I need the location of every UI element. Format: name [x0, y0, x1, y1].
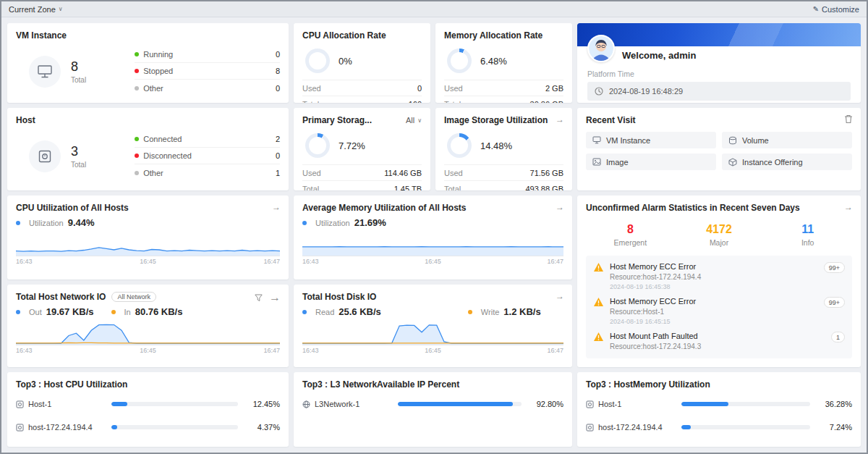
metric-value: 21.69% — [354, 217, 386, 228]
alarm-item[interactable]: Host Memory ECC Error Resource:Host-1 20… — [593, 297, 845, 325]
network-filter-pill[interactable]: All Network — [111, 292, 156, 302]
tick: 16:45 — [425, 258, 441, 265]
open-arrow-icon[interactable]: → — [556, 114, 564, 125]
recent-visit-image[interactable]: Image — [586, 154, 716, 170]
running-dot — [135, 52, 139, 56]
total-label: Total — [444, 100, 461, 103]
alarm-item[interactable]: Host Mount Path Faulted Resource:host-17… — [593, 332, 845, 350]
card-title: Top3 : HostMemory Utilization — [586, 379, 852, 390]
recent-visit-volume[interactable]: Volume — [722, 132, 852, 148]
legend-value: 0 — [276, 151, 280, 160]
total-row: Total 493.88 GB — [444, 180, 563, 190]
storage-filter-select[interactable]: All ∨ — [406, 116, 422, 125]
alarm-stats: 8 Emergent 4172 Major 11 Info — [586, 223, 852, 247]
open-arrow-icon[interactable]: → — [272, 202, 281, 212]
vm-count-block: 8 Total — [16, 56, 135, 88]
used-label: Used — [302, 84, 321, 93]
monitor-icon — [592, 136, 601, 144]
alarm-item[interactable]: Host Memory ECC Error Resource:host-172.… — [593, 262, 845, 290]
platform-time-pill: 2024-08-19 16:48:29 — [587, 82, 851, 101]
cpu-allocation-card: CPU Allocation Rate 0% Used 0 Total 160 — [294, 23, 430, 103]
customize-button[interactable]: ✎ Customize — [813, 5, 859, 14]
host-stat-body: 3 Total Connected 2 Disconnected 0 — [16, 131, 280, 181]
open-arrow-icon[interactable]: → — [844, 202, 853, 212]
legend-row-connected[interactable]: Connected 2 — [135, 131, 280, 148]
legend-row-other[interactable]: Other 1 — [135, 164, 280, 181]
platform-time-value: 2024-08-19 16:48:29 — [609, 87, 683, 96]
recent-visit-instance-offering[interactable]: Instance Offering — [722, 154, 852, 170]
alarm-body: Host Memory ECC Error Resource:Host-1 20… — [610, 297, 818, 325]
recent-visit-vm-instance[interactable]: VM Instance — [586, 132, 716, 148]
image-donut-row: 14.48% — [447, 133, 563, 159]
legend-row-other[interactable]: Other 0 — [135, 80, 280, 96]
host-name: host-172.24.194.4 — [16, 423, 111, 432]
mem-util-chart — [302, 231, 563, 256]
alarm-stat-info[interactable]: 11 Info — [763, 223, 852, 247]
donut-hole — [309, 52, 326, 70]
recent-visit-label: Volume — [742, 136, 769, 145]
tick: 16:43 — [302, 347, 319, 354]
legend-row-running[interactable]: Running 0 — [135, 46, 280, 63]
dashboard-grid: VM Instance 8 Total Running 0 — [1, 17, 867, 453]
legend-label: Other — [143, 84, 163, 93]
bar-track — [398, 402, 522, 406]
card-title: Primary Storag... — [302, 115, 372, 125]
time-axis: 16:43 16:45 16:47 — [16, 256, 280, 265]
tick: 16:45 — [140, 258, 156, 265]
alarm-count: 8 — [586, 223, 675, 236]
alarm-stat-major[interactable]: 4172 Major — [675, 223, 764, 247]
alarm-stat-label: Major — [675, 238, 764, 247]
network-name: L3Network-1 — [302, 400, 398, 408]
cpu-util-legend: Utilization 9.44% — [16, 217, 280, 228]
top-row[interactable]: Host-1 36.28% — [586, 395, 852, 413]
alarm-stat-label: Emergent — [586, 238, 675, 247]
cpu-alloc-donut-row: 0% — [305, 48, 422, 74]
platform-time-label: Platform Time — [577, 62, 861, 82]
trash-icon[interactable] — [844, 114, 853, 124]
open-arrow-icon[interactable]: → — [556, 291, 564, 301]
legend-row-disconnected[interactable]: Disconnected 0 — [135, 148, 280, 164]
memory-utilization-card: Average Memory Utilization of All Hosts … — [294, 196, 572, 279]
top-row[interactable]: host-172.24.194.4 4.37% — [16, 419, 280, 436]
alarm-time: 2024-08-19 16:45:15 — [610, 318, 818, 325]
filter-icon[interactable] — [255, 294, 263, 302]
tick: 16:47 — [547, 258, 563, 265]
cpu-utilization-card: CPU Utilization of All Hosts → Utilizati… — [7, 196, 289, 279]
zone-selector[interactable]: Current Zone ∨ — [9, 5, 63, 14]
alarm-stat-label: Info — [763, 238, 852, 247]
warning-icon — [593, 332, 604, 342]
open-arrow-icon[interactable]: → — [269, 291, 281, 304]
host-name: Host-1 — [16, 400, 111, 408]
alarm-stat-emergent[interactable]: 8 Emergent — [586, 223, 675, 247]
top-row[interactable]: host-172.24.194.4 7.24% — [586, 419, 852, 436]
vm-legend: Running 0 Stopped 8 Other 0 — [135, 46, 280, 96]
read-value: 25.6 KB/s — [339, 306, 381, 317]
tick: 16:45 — [140, 347, 156, 354]
time-axis: 16:43 16:45 16:47 — [302, 345, 563, 354]
card-title: Total Host Disk IO — [302, 292, 563, 302]
mem-alloc-donut-row: 6.48% — [447, 48, 563, 74]
cpu-util-chart — [16, 231, 280, 256]
alarm-count: 11 — [763, 223, 852, 236]
card-title: Total Host Network IO — [16, 292, 106, 302]
avatar — [587, 35, 615, 62]
legend-row-stopped[interactable]: Stopped 8 — [135, 63, 280, 80]
welcome-card: Welcome, admin Platform Time 2024-08-19 … — [577, 23, 861, 103]
alarm-resource: Resource:host-172.24.194.4 — [610, 273, 818, 281]
other-dot — [135, 86, 139, 91]
used-row: Used 2 GB — [444, 80, 563, 96]
alarm-resource: Resource:Host-1 — [610, 308, 818, 316]
stopped-dot — [135, 69, 139, 73]
card-title: Average Memory Utilization of All Hosts — [302, 203, 563, 213]
host-label: host-172.24.194.4 — [598, 423, 663, 432]
open-arrow-icon[interactable]: → — [556, 202, 564, 212]
cpu-alloc-percent: 0% — [339, 56, 352, 67]
card-title: Memory Allocation Rate — [444, 30, 563, 41]
top-row[interactable]: L3Network-1 92.80% — [302, 395, 563, 413]
top-row[interactable]: Host-1 12.45% — [16, 395, 280, 413]
clock-icon — [595, 87, 603, 96]
alarm-title: Host Mount Path Faulted — [610, 332, 825, 340]
used-label: Used — [302, 169, 321, 177]
alarm-list[interactable]: Host Memory ECC Error Resource:host-172.… — [586, 256, 852, 358]
used-row: Used 71.56 GB — [444, 164, 563, 180]
